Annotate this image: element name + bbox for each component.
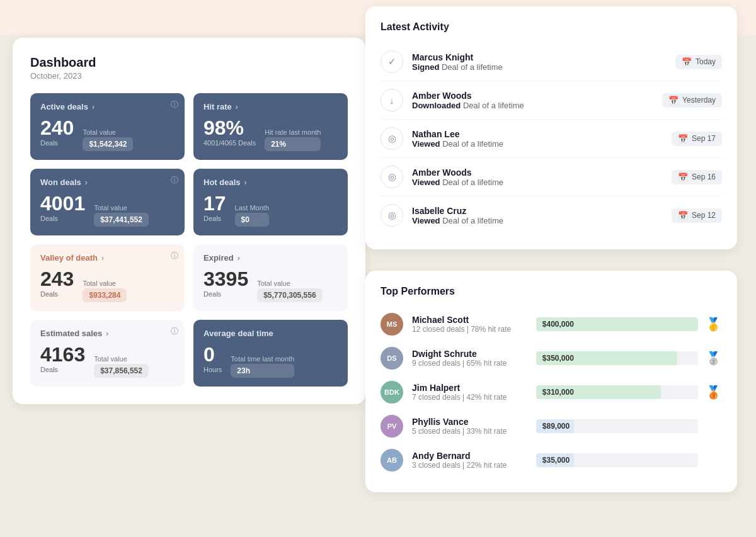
calendar-icon: 📅 — [678, 211, 688, 220]
hot-deals-chevron: › — [244, 178, 247, 187]
activity-item: ◎ Nathan Lee Viewed Deal of a lifetime 📅… — [381, 120, 722, 158]
activity-text: Marcus Knight Signed Deal of a lifetime — [412, 52, 675, 72]
valley-value-label: Total value — [83, 280, 127, 287]
stat-valley-of-death[interactable]: Valley of death › ⓘ 243 Deals Total valu… — [30, 244, 185, 311]
stat-hot-deals[interactable]: Hot deals › 17 Deals Last Month $0 — [193, 169, 348, 235]
performer-info: Michael Scott 12 closed deals | 78% hit … — [412, 315, 536, 334]
performer-info: Dwight Schrute 9 closed deals | 65% hit … — [412, 349, 536, 368]
won-deals-title: Won deals › — [40, 178, 88, 187]
activity-date: 📅 Today — [675, 55, 722, 69]
avatar: DS — [381, 347, 403, 370]
activity-item: ✓ Marcus Knight Signed Deal of a lifetim… — [381, 43, 722, 81]
stat-avg-deal-time[interactable]: Average deal time 0 Hours Total time las… — [193, 320, 348, 387]
hot-deals-value: $0 — [235, 213, 269, 227]
performer-sub: 5 closed deals | 33% hit rate — [412, 427, 536, 436]
won-deals-value-label: Total value — [94, 204, 149, 212]
estimated-value-label: Total value — [94, 355, 149, 363]
stat-estimated-sales[interactable]: Estimated sales › ⓘ 4163 Deals Total val… — [30, 320, 185, 387]
active-deals-value-label: Total value — [83, 128, 133, 136]
won-deals-label: Deals — [40, 215, 85, 222]
activity-desc: Viewed Deal of a lifetime — [412, 216, 672, 225]
estimated-value: $37,856,552 — [94, 364, 149, 378]
estimated-chevron: › — [106, 329, 108, 338]
activity-date: 📅 Sep 17 — [672, 132, 722, 146]
avatar: PV — [381, 415, 403, 438]
performer-item: PV Phyllis Vance 5 closed deals | 33% hi… — [381, 409, 722, 443]
hit-rate-value: 21% — [265, 137, 321, 151]
activity-item: ↓ Amber Woods Downloaded Deal of a lifet… — [381, 81, 722, 120]
activity-list: ✓ Marcus Knight Signed Deal of a lifetim… — [381, 43, 722, 234]
valley-value: $933,284 — [83, 288, 127, 302]
calendar-icon: 📅 — [668, 96, 679, 105]
stats-grid: Active deals › ⓘ 240 Deals Total value $… — [30, 93, 348, 387]
hot-deals-value-label: Last Month — [235, 204, 269, 212]
performer-medal: 🥇 — [704, 317, 722, 332]
activity-desc: Viewed Deal of a lifetime — [412, 139, 672, 149]
performer-name: Phyllis Vance — [412, 417, 536, 427]
estimated-title: Estimated sales › — [40, 329, 108, 338]
performers-title: Top Performers — [381, 286, 722, 297]
hit-rate-label: 4001/4065 Deals — [203, 139, 256, 147]
performer-sub: 7 closed deals | 42% hit rate — [412, 393, 536, 402]
activity-name: Amber Woods — [412, 91, 662, 101]
performers-list: MS Michael Scott 12 closed deals | 78% h… — [381, 307, 722, 477]
performer-item: DS Dwight Schrute 9 closed deals | 65% h… — [381, 341, 722, 375]
activity-name: Amber Woods — [412, 167, 672, 178]
stat-expired[interactable]: Expired › 3395 Deals Total value $5,770,… — [193, 244, 348, 311]
valley-label: Deals — [40, 290, 74, 298]
won-deals-value: $37,441,552 — [94, 213, 149, 227]
stat-hit-rate[interactable]: Hit rate › 98% 4001/4065 Deals Hit rate … — [193, 93, 348, 160]
active-deals-number: 240 — [40, 118, 74, 138]
calendar-icon: 📅 — [678, 172, 688, 182]
hot-deals-label: Deals — [203, 215, 226, 222]
performer-bar-bg: $89,000 — [536, 419, 698, 433]
performer-name: Jim Halpert — [412, 383, 536, 393]
eye-icon: ◎ — [381, 127, 403, 150]
performer-bar-bg: $310,000 — [536, 385, 698, 399]
activity-name: Marcus Knight — [412, 52, 675, 62]
activity-item: ◎ Amber Woods Viewed Deal of a lifetime … — [381, 158, 722, 196]
performer-sub: 3 closed deals | 22% hit rate — [412, 461, 536, 470]
performer-bar-wrap: $89,000 — [536, 419, 722, 433]
activity-card: Latest Activity ✓ Marcus Knight Signed D… — [365, 6, 737, 249]
activity-date: 📅 Yesterday — [662, 93, 722, 108]
performer-info: Andy Bernard 3 closed deals | 22% hit ra… — [412, 451, 536, 470]
estimated-label: Deals — [40, 366, 85, 373]
performer-bar-bg: $350,000 — [536, 351, 698, 365]
avg-deal-label: Hours — [203, 366, 222, 373]
dashboard-card: Dashboard October, 2023 Active deals › ⓘ… — [13, 38, 365, 404]
expired-value: $5,770,305,556 — [257, 288, 322, 302]
hot-deals-number: 17 — [203, 193, 226, 213]
active-deals-info: ⓘ — [171, 99, 178, 110]
performer-name: Dwight Schrute — [412, 349, 536, 359]
performer-sub: 9 closed deals | 65% hit rate — [412, 359, 536, 368]
valley-title: Valley of death › — [40, 253, 104, 263]
valley-number: 243 — [40, 269, 74, 289]
hit-rate-number: 98% — [203, 118, 256, 138]
avatar: BDK — [381, 381, 403, 404]
performer-info: Jim Halpert 7 closed deals | 42% hit rat… — [412, 383, 536, 402]
check-icon: ✓ — [381, 50, 403, 73]
performer-bar-wrap: $310,000 🥉 — [536, 385, 722, 400]
stat-won-deals[interactable]: Won deals › ⓘ 4001 Deals Total value $37… — [30, 169, 185, 235]
hit-rate-value-label: Hit rate last month — [265, 128, 321, 136]
avg-deal-title: Average deal time — [203, 329, 273, 338]
active-deals-value: $1,542,342 — [83, 137, 133, 151]
performers-card: Top Performers MS Michael Scott 12 close… — [365, 271, 737, 492]
estimated-info: ⓘ — [171, 326, 178, 337]
download-icon: ↓ — [381, 89, 403, 111]
activity-text: Nathan Lee Viewed Deal of a lifetime — [412, 129, 672, 149]
performer-info: Phyllis Vance 5 closed deals | 33% hit r… — [412, 417, 536, 436]
expired-title: Expired › — [203, 253, 240, 263]
performer-item: BDK Jim Halpert 7 closed deals | 42% hit… — [381, 375, 722, 409]
hot-deals-title: Hot deals › — [203, 178, 247, 187]
won-deals-chevron: › — [85, 178, 88, 187]
avatar: MS — [381, 313, 403, 336]
estimated-number: 4163 — [40, 344, 85, 365]
performer-bar-wrap: $400,000 🥇 — [536, 317, 722, 332]
eye-icon: ◎ — [381, 166, 403, 188]
stat-active-deals[interactable]: Active deals › ⓘ 240 Deals Total value $… — [30, 93, 185, 160]
calendar-icon: 📅 — [682, 57, 692, 67]
performer-name: Michael Scott — [412, 315, 536, 325]
performer-medal: 🥈 — [704, 351, 722, 366]
